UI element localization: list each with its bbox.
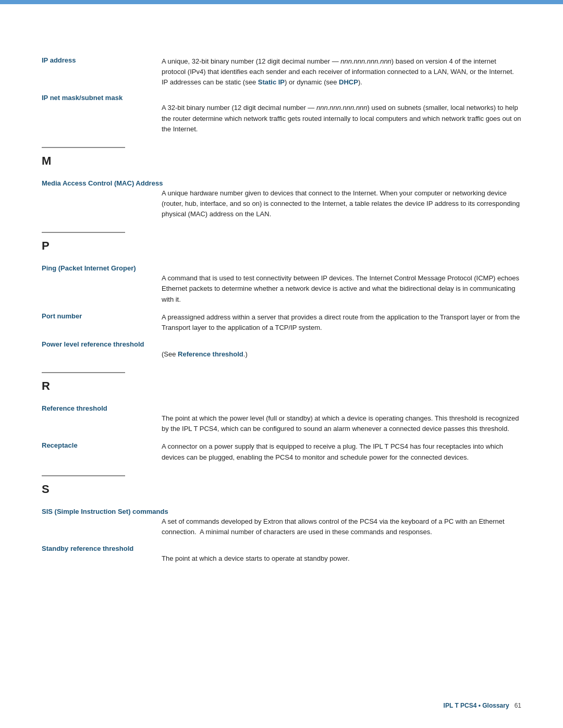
entry-standby-ref-threshold: Standby reference threshold The point at… [42, 545, 521, 564]
link-dhcp[interactable]: DHCP [339, 78, 358, 86]
def-standby-ref-threshold: The point at which a device starts to op… [162, 553, 521, 564]
term-ip-netmask: IP net mask/subnet mask [42, 94, 521, 102]
term-mac-address: Media Access Control (MAC) Address [42, 179, 521, 187]
section-s: S [42, 475, 521, 498]
entry-ip-address: IP address A unique, 32-bit binary numbe… [42, 56, 521, 88]
link-reference-threshold[interactable]: Reference threshold [178, 350, 243, 358]
def-reference-threshold: The point at which the power level (full… [162, 413, 521, 434]
term-reference-threshold: Reference threshold [42, 404, 521, 412]
section-letter-m: M [42, 154, 521, 168]
italic-text: nnn.nnn.nnn.nnn [340, 57, 391, 65]
term-ip-address: IP address [42, 56, 162, 88]
italic-text-2: nnn.nnn.nnn.nnn [316, 104, 368, 112]
def-ip-address: A unique, 32-bit binary number (12 digit… [162, 56, 521, 88]
def-ip-netmask: A 32-bit binary number (12 digit decimal… [162, 103, 521, 134]
def-ping: A command that is used to test connectiv… [162, 273, 521, 304]
term-receptacle: Receptacle [42, 441, 162, 462]
footer-page: 61 [515, 702, 521, 709]
def-sis-commands: A set of commands developed by Extron th… [162, 516, 521, 537]
top-bar [0, 0, 563, 4]
term-port-number: Port number [42, 312, 162, 333]
entry-reference-threshold: Reference threshold The point at which t… [42, 404, 521, 434]
entry-mac-address: Media Access Control (MAC) Address A uni… [42, 179, 521, 219]
section-letter-s: S [42, 483, 521, 496]
section-p: P [42, 232, 521, 255]
section-letter-r: R [42, 379, 521, 393]
section-r: R [42, 372, 521, 395]
footer-product: IPL T PCS4 • Glossary [444, 702, 509, 709]
section-rule-p [42, 232, 125, 233]
term-ping: Ping (Packet Internet Groper) [42, 264, 521, 272]
def-port-number: A preassigned address within a server th… [162, 312, 521, 333]
entry-ping: Ping (Packet Internet Groper) A command … [42, 264, 521, 304]
entry-sis-commands: SIS (Simple Instruction Set) commands A … [42, 508, 521, 537]
entry-receptacle: Receptacle A connector on a power supply… [42, 441, 521, 462]
section-rule-r [42, 372, 125, 373]
term-sis-commands: SIS (Simple Instruction Set) commands [42, 508, 521, 515]
link-static-ip[interactable]: Static IP [258, 78, 285, 86]
def-receptacle: A connector on a power supply that is eq… [162, 441, 521, 462]
section-letter-p: P [42, 239, 521, 253]
section-rule-s [42, 475, 125, 476]
entry-port-number: Port number A preassigned address within… [42, 312, 521, 333]
footer: IPL T PCS4 • Glossary 61 [444, 702, 521, 709]
term-power-level-ref: Power level reference threshold [42, 340, 521, 348]
def-mac-address: A unique hardware number given to device… [162, 188, 521, 219]
def-power-level-ref: (See Reference threshold.) [162, 349, 521, 360]
entry-power-level-ref: Power level reference threshold (See Ref… [42, 340, 521, 360]
term-standby-ref-threshold: Standby reference threshold [42, 545, 521, 552]
entry-ip-netmask: IP net mask/subnet mask A 32-bit binary … [42, 94, 521, 134]
section-rule-m [42, 147, 125, 148]
page: IP address A unique, 32-bit binary numbe… [0, 0, 563, 728]
section-m: M [42, 147, 521, 170]
